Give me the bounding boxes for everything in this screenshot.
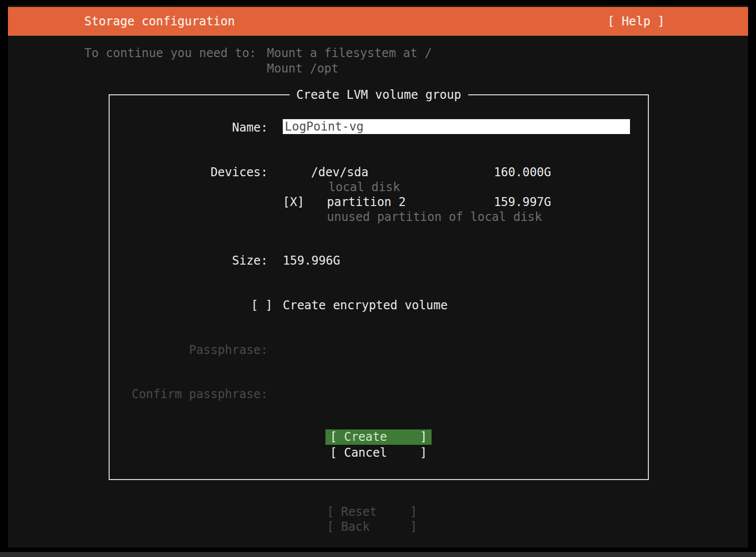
- notice-prefix: To continue you need to:: [84, 46, 256, 61]
- cancel-bracket-right: ]: [420, 445, 427, 461]
- partition-checkbox[interactable]: [X]: [283, 195, 304, 209]
- cancel-button[interactable]: [ Cancel ]: [325, 445, 432, 461]
- terminal-area: Storage configuration [ Help ] To contin…: [8, 5, 748, 548]
- reset-bracket-right: ]: [410, 504, 417, 519]
- notice-requirements: Mount a filesystem at / Mount /opt: [267, 46, 432, 76]
- encrypt-checkbox[interactable]: [ ]: [251, 298, 272, 313]
- confirm-passphrase-label: Confirm passphrase:: [110, 387, 268, 402]
- device-partition-note: unused partition of local disk: [327, 209, 542, 224]
- create-bracket-left: [: [330, 429, 337, 445]
- cancel-bracket-left: [: [330, 445, 337, 461]
- passphrase-label: Passphrase:: [110, 343, 268, 357]
- name-label: Name:: [110, 120, 268, 135]
- vg-name-input[interactable]: [283, 119, 630, 134]
- installer-screen: Storage configuration [ Help ] To contin…: [0, 0, 756, 557]
- dialog-title: Create LVM volume group: [289, 87, 468, 102]
- device-disk-name: /dev/sda: [311, 165, 369, 180]
- device-partition-name[interactable]: partition 2: [327, 195, 406, 209]
- help-button[interactable]: [ Help ]: [607, 7, 665, 36]
- back-button[interactable]: [ Back ]: [322, 519, 422, 534]
- back-button-label: Back: [341, 519, 370, 534]
- encrypt-label[interactable]: Create encrypted volume: [283, 298, 447, 313]
- size-label: Size:: [110, 253, 268, 268]
- header-bar: Storage configuration [ Help ]: [8, 7, 748, 36]
- device-disk-size: 160.000G: [494, 165, 551, 180]
- page-title: Storage configuration: [84, 7, 235, 36]
- create-bracket-right: ]: [420, 429, 427, 445]
- size-value: 159.996G: [283, 253, 340, 268]
- reset-bracket-left: [: [327, 504, 334, 519]
- back-bracket-right: ]: [410, 519, 417, 534]
- cancel-button-label: Cancel: [344, 445, 387, 461]
- reset-button-label: Reset: [341, 504, 377, 519]
- devices-label: Devices:: [110, 165, 268, 180]
- create-button[interactable]: [ Create ]: [325, 429, 432, 445]
- create-button-label: Create: [344, 429, 387, 445]
- back-bracket-left: [: [327, 519, 334, 534]
- reset-button[interactable]: [ Reset ]: [322, 504, 422, 519]
- screen-bottom-strip: [0, 552, 756, 557]
- device-partition-size: 159.997G: [494, 195, 551, 209]
- device-disk-note: local disk: [328, 180, 400, 195]
- create-lvm-dialog: Create LVM volume group Name: Devices: /…: [109, 94, 649, 480]
- notice-requirement-1: Mount a filesystem at /: [267, 46, 432, 61]
- notice-requirement-2: Mount /opt: [267, 61, 432, 76]
